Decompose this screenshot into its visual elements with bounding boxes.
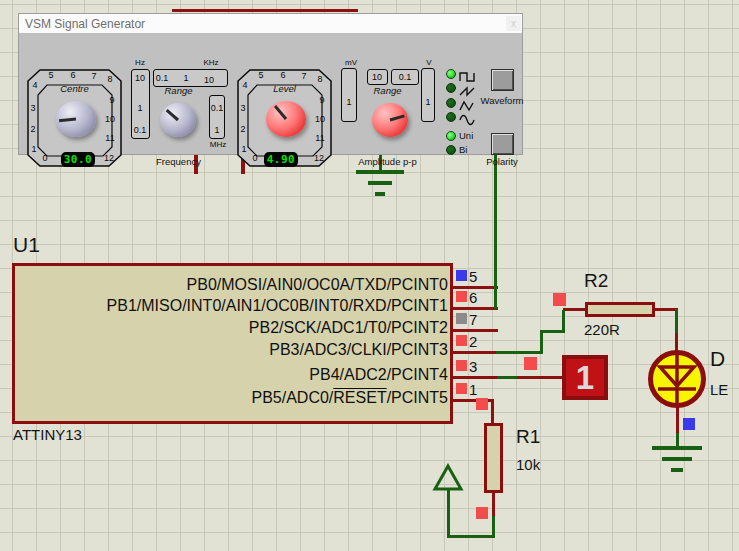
waveform-polarity-panel: Waveform Polarity UniBi bbox=[444, 64, 524, 178]
frequency-range-value: 0.1 bbox=[134, 125, 147, 135]
frequency-knob[interactable] bbox=[160, 103, 196, 137]
level-display: 4.90 bbox=[264, 152, 298, 167]
frequency-range-value: 0.1 bbox=[211, 103, 224, 113]
dial-scale-number: 11 bbox=[315, 133, 324, 143]
centre-knob[interactable] bbox=[56, 101, 96, 137]
window-titlebar[interactable]: VSM Signal Generator x bbox=[19, 14, 522, 33]
frequency-range-value: 1 bbox=[137, 103, 142, 113]
input-terminal-arrow[interactable] bbox=[435, 466, 461, 489]
dial-scale-number: 10 bbox=[315, 114, 325, 124]
led-ground-symbol[interactable] bbox=[652, 448, 702, 470]
knob-pointer bbox=[59, 118, 76, 123]
close-icon[interactable]: x bbox=[506, 16, 521, 31]
dial-scale-number: 3 bbox=[240, 103, 245, 113]
wire-pin2-to-r2[interactable] bbox=[496, 310, 563, 352]
amplitude-range-value: 1 bbox=[346, 97, 351, 107]
dial-scale-number: 9 bbox=[319, 95, 324, 105]
r2-ref-label[interactable]: R2 bbox=[584, 270, 608, 292]
polarity-button-label: Polarity bbox=[452, 156, 552, 167]
level-label: Level bbox=[236, 83, 333, 94]
dial-scale-number: 11 bbox=[105, 133, 114, 143]
frequency-range-value: 0.1 bbox=[156, 73, 169, 83]
logic-state-probe[interactable]: 1 bbox=[562, 355, 608, 400]
dial-scale-number: 1 bbox=[241, 144, 246, 154]
dial-scale-number: 0 bbox=[252, 153, 257, 163]
v-unit-label: V bbox=[426, 58, 431, 67]
amplitude-range-value: 0.1 bbox=[399, 72, 412, 82]
waveform-button[interactable] bbox=[491, 69, 514, 91]
mhz-unit-label: MHz bbox=[210, 140, 226, 149]
dial-scale-number: 12 bbox=[314, 153, 324, 163]
dial-scale-number: 12 bbox=[104, 153, 114, 163]
dial-scale-number: 1 bbox=[31, 144, 36, 154]
wire-state-marker-blue bbox=[683, 418, 695, 430]
wire-state-marker-red bbox=[524, 357, 537, 370]
u1-part-label[interactable]: ATTINY13 bbox=[13, 426, 82, 443]
frequency-range-label: Range bbox=[129, 85, 228, 96]
probe-value: 1 bbox=[576, 361, 594, 394]
dial-scale-number: 5 bbox=[258, 70, 263, 80]
u1-ref-label[interactable]: U1 bbox=[13, 233, 40, 257]
amplitude-caption: Amplitude p-p bbox=[338, 156, 437, 167]
r1-ref-label[interactable]: R1 bbox=[516, 426, 540, 448]
frequency-range-value: 1 bbox=[214, 125, 219, 135]
amplitude-range-group: mV V Range Amplitude p-p 100.111 bbox=[338, 58, 437, 168]
mv-unit-label: mV bbox=[345, 58, 357, 67]
dial-scale-number: 5 bbox=[48, 70, 53, 80]
r2-value-label[interactable]: 220R bbox=[584, 321, 620, 338]
dial-scale-number: 2 bbox=[30, 124, 35, 134]
led-value-label[interactable]: LE bbox=[710, 381, 728, 398]
frequency-range-value: 1 bbox=[183, 73, 188, 83]
led-ref-label[interactable]: D bbox=[710, 347, 725, 371]
dial-scale-number: 10 bbox=[105, 114, 115, 124]
frequency-range-value: 10 bbox=[135, 73, 145, 83]
polarity-button[interactable] bbox=[491, 133, 514, 155]
centre-label: Centre bbox=[26, 83, 123, 94]
generator-ground-symbol[interactable] bbox=[356, 172, 404, 194]
amplitude-knob[interactable] bbox=[372, 103, 408, 137]
square-wave-led bbox=[446, 69, 456, 79]
wire-state-marker-red bbox=[553, 293, 566, 306]
sine-wave-led bbox=[446, 112, 456, 122]
resistor-r2[interactable] bbox=[585, 302, 655, 317]
triangle-wave-icon bbox=[459, 98, 477, 110]
dial-scale-number: 7 bbox=[301, 71, 306, 81]
dial-scale-number: 6 bbox=[280, 70, 285, 80]
centre-dial-group: 0123456789101112 Centre 30.0 bbox=[26, 68, 123, 168]
r1-value-label[interactable]: 10k bbox=[516, 456, 540, 473]
window-title: VSM Signal Generator bbox=[25, 17, 145, 31]
window-body: 0123456789101112 Centre 30.0 Hz KHz MHz … bbox=[19, 33, 522, 154]
knob-pointer bbox=[274, 105, 287, 120]
wire-state-marker-red bbox=[476, 507, 488, 519]
sine-wave-icon bbox=[459, 112, 477, 124]
hz-unit-label: Hz bbox=[135, 58, 145, 67]
level-knob[interactable] bbox=[266, 101, 306, 137]
frequency-range-value: 10 bbox=[204, 75, 214, 85]
u1-chip-body[interactable] bbox=[12, 263, 453, 424]
wire-state-marker-red bbox=[476, 398, 488, 410]
polarity-bi-led bbox=[446, 145, 456, 155]
dial-scale-number: 6 bbox=[70, 70, 75, 80]
schematic-canvas[interactable]: U1 ATTINY13 R2 220R R1 10k D LE 1 PB0/MO… bbox=[0, 0, 739, 551]
led-diode-symbol bbox=[653, 355, 701, 403]
frequency-caption: Frequency bbox=[129, 156, 228, 167]
dial-scale-number: 0 bbox=[42, 153, 47, 163]
centre-display: 30.0 bbox=[61, 152, 95, 167]
sawtooth-wave-icon bbox=[459, 83, 477, 95]
resistor-r1[interactable] bbox=[484, 423, 503, 493]
amplitude-range-value: 10 bbox=[372, 72, 382, 82]
amplitude-range-label: Range bbox=[338, 85, 437, 96]
amplitude-range-value: 1 bbox=[425, 97, 430, 107]
square-wave-icon bbox=[459, 69, 477, 81]
triangle-wave-led bbox=[446, 98, 456, 108]
led-diode[interactable] bbox=[648, 350, 706, 408]
polarity-uni-label: Uni bbox=[459, 130, 473, 141]
khz-unit-label: KHz bbox=[203, 58, 218, 67]
dial-scale-number: 2 bbox=[240, 124, 245, 134]
frequency-range-group: Hz KHz MHz Range Frequency 1010.10.11100… bbox=[129, 58, 228, 168]
polarity-uni-led bbox=[446, 131, 456, 141]
dial-scale-number: 9 bbox=[109, 95, 114, 105]
knob-pointer bbox=[166, 109, 179, 121]
vsm-signal-generator-window: VSM Signal Generator x 0123456789101112 … bbox=[18, 13, 523, 155]
dial-scale-number: 7 bbox=[91, 71, 96, 81]
